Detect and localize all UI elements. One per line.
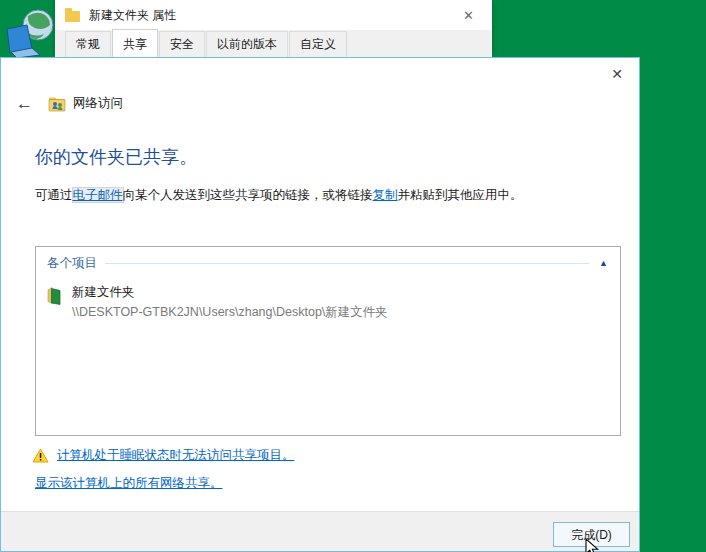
wizard-title: 网络访问 <box>73 95 123 112</box>
tab-customize[interactable]: 自定义 <box>289 31 347 57</box>
wizard-header: ← 网络访问 <box>10 95 123 112</box>
network-computer-icon[interactable] <box>4 8 62 58</box>
wizard-footer: 完成(D) <box>1 511 639 551</box>
instructions-prefix: 可通过 <box>35 188 73 202</box>
chevron-up-icon[interactable]: ▲ <box>599 259 608 268</box>
network-access-dialog: ✕ ← 网络访问 你的文件夹已共享。 可通过电子邮件向某个人发送到这些共享项的链… <box>0 57 640 552</box>
show-all-shares-link[interactable]: 显示该计算机上的所有网络共享。 <box>35 475 223 492</box>
shared-item-row[interactable]: 新建文件夹 \\DESKTOP-GTBK2JN\Users\zhang\Desk… <box>36 272 620 321</box>
shared-items-group: 各个项目 ▲ 新建文件夹 \\DESKTOP-GTBK2JN\Users\zha… <box>35 246 621 436</box>
properties-titlebar[interactable]: 新建文件夹 属性 ✕ <box>55 0 492 30</box>
email-link[interactable]: 电子邮件 <box>73 188 123 202</box>
close-icon[interactable]: ✕ <box>606 64 628 84</box>
desktop: { "colors": { "desktop_green": "#008C46"… <box>0 0 706 552</box>
properties-window-title: 新建文件夹 属性 <box>89 7 457 24</box>
group-header-rule <box>105 263 589 264</box>
shared-item-text: 新建文件夹 \\DESKTOP-GTBK2JN\Users\zhang\Desk… <box>72 284 388 321</box>
sleep-warning-link[interactable]: 计算机处于睡眠状态时无法访问共享项目。 <box>57 447 295 464</box>
close-icon[interactable]: ✕ <box>457 6 480 25</box>
tab-previous-versions[interactable]: 以前的版本 <box>206 31 288 57</box>
group-header-label: 各个项目 <box>47 255 97 272</box>
wizard-instructions: 可通过电子邮件向某个人发送到这些共享项的链接，或将链接复制并粘贴到其他应用中。 <box>35 187 523 204</box>
sleep-warning-row: 计算机处于睡眠状态时无法访问共享项目。 <box>32 447 295 464</box>
properties-tab-strip: 常规 共享 安全 以前的版本 自定义 <box>65 29 348 57</box>
warning-icon <box>32 448 49 463</box>
group-header: 各个项目 ▲ <box>36 247 620 272</box>
instructions-middle: 向某个人发送到这些共享项的链接，或将链接 <box>123 188 373 202</box>
folder-icon <box>65 11 80 22</box>
shared-folder-icon <box>48 96 66 112</box>
tab-general[interactable]: 常规 <box>65 31 111 57</box>
back-icon[interactable]: ← <box>10 95 39 112</box>
wizard-heading: 你的文件夹已共享。 <box>35 145 197 169</box>
shared-folder-item-icon <box>46 286 62 305</box>
mouse-cursor <box>585 538 600 552</box>
properties-window: 新建文件夹 属性 ✕ 常规 共享 安全 以前的版本 自定义 <box>55 0 492 57</box>
shared-item-path: \\DESKTOP-GTBK2JN\Users\zhang\Desktop\新建… <box>72 304 388 321</box>
copy-link[interactable]: 复制 <box>373 188 398 202</box>
shared-item-name: 新建文件夹 <box>72 284 388 301</box>
network-computer-glyph <box>4 8 62 58</box>
tab-security[interactable]: 安全 <box>159 31 205 57</box>
instructions-suffix: 并粘贴到其他应用中。 <box>398 188 523 202</box>
tab-sharing[interactable]: 共享 <box>112 29 158 57</box>
